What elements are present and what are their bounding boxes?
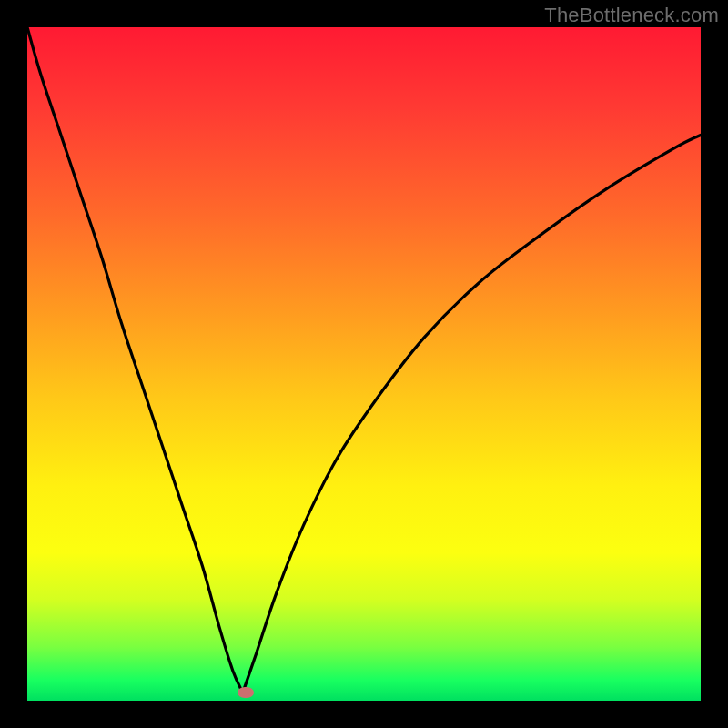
curve-left-branch (27, 27, 243, 693)
bottleneck-curve (27, 27, 701, 701)
curve-right-branch (243, 135, 701, 693)
chart-frame: TheBottleneck.com (0, 0, 728, 728)
plot-area (27, 27, 701, 701)
minimum-marker (238, 687, 254, 698)
watermark-text: TheBottleneck.com (544, 4, 719, 27)
